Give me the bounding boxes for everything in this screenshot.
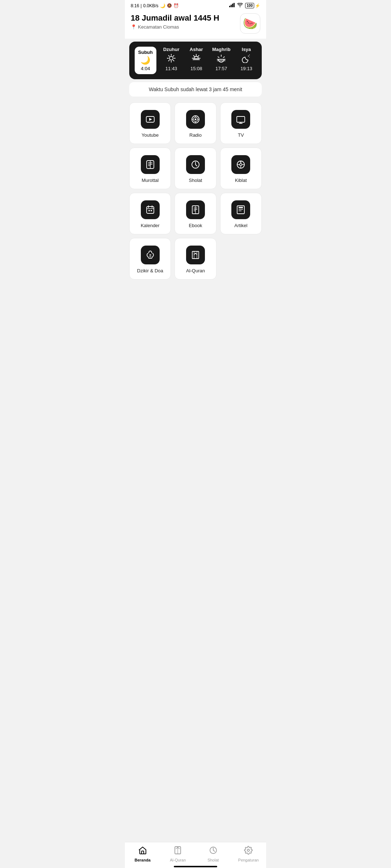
grid-item-sholat[interactable]: Sholat <box>175 148 216 189</box>
prayer-name-isya: Isya <box>242 47 251 52</box>
svg-point-70 <box>195 253 196 254</box>
artikel-icon <box>231 200 250 219</box>
prayer-name-maghrib: Maghrib <box>212 47 231 52</box>
app-icon[interactable]: 🍉 <box>240 13 260 34</box>
svg-point-24 <box>248 56 249 56</box>
grid-item-tv[interactable]: TV <box>220 102 262 144</box>
prayer-icon-dzuhur <box>167 54 176 64</box>
prayer-icon-maghrib <box>216 54 226 64</box>
murottal-label: Murottal <box>142 178 159 183</box>
svg-line-11 <box>173 56 174 56</box>
status-bar: 8:16 | 0.0KB/s 🌙 🔕 ⏰ 100 <box>125 0 266 10</box>
prayer-time-ashar: 15:08 <box>190 66 202 71</box>
kiblat-label: Kiblat <box>235 178 247 183</box>
prayer-time-isya: 19:13 <box>240 66 252 71</box>
prayer-maghrib[interactable]: Maghrib 17:57 <box>211 47 231 71</box>
svg-line-10 <box>173 60 174 61</box>
status-left: 8:16 | 0.0KB/s 🌙 🔕 ⏰ <box>131 3 179 8</box>
page-title: 18 Jumadil awal 1445 H <box>131 13 219 23</box>
tv-label: TV <box>238 132 244 138</box>
app-grid: Youtube Radio <box>129 102 262 280</box>
svg-rect-51 <box>147 207 154 213</box>
youtube-label: Youtube <box>142 132 159 138</box>
svg-line-17 <box>198 56 199 57</box>
mute-icon: 🔕 <box>167 3 172 8</box>
location-icon: 📍 <box>131 24 136 30</box>
tv-icon <box>231 110 250 129</box>
svg-rect-36 <box>237 116 245 122</box>
kiblat-icon <box>231 155 250 174</box>
radio-icon <box>186 110 205 129</box>
prayer-time-maghrib: 17:57 <box>215 66 227 71</box>
prayer-time-dzuhur: 11:43 <box>165 66 177 71</box>
grid-item-artikel[interactable]: Artikel <box>220 193 262 234</box>
sholat-icon <box>186 155 205 174</box>
murottal-icon <box>141 155 160 174</box>
prayer-icon-subuh: 🌙 <box>140 56 150 64</box>
prayer-icon-isya <box>241 54 251 64</box>
prayer-icon-ashar <box>192 54 201 64</box>
subuh-notice: Waktu Subuh sudah lewat 3 jam 45 menit <box>129 82 262 97</box>
svg-rect-1 <box>231 5 232 7</box>
prayer-name-subuh: Subuh <box>138 50 153 55</box>
network-speed: | <box>140 3 142 8</box>
radio-label: Radio <box>189 132 202 138</box>
svg-line-9 <box>169 56 169 56</box>
dzikir-icon <box>141 246 160 264</box>
alquran-label: Al-Quran <box>186 268 205 273</box>
artikel-label: Artikel <box>234 223 247 228</box>
svg-rect-0 <box>229 6 230 7</box>
prayer-name-ashar: Ashar <box>190 47 203 52</box>
grid-section: Youtube Radio <box>125 101 266 281</box>
kalender-icon <box>141 200 160 219</box>
prayer-time-subuh: 4:04 <box>141 66 150 71</box>
header: 18 Jumadil awal 1445 H 📍 Kecamatan Cioma… <box>125 10 266 39</box>
status-right: 100 ⚡ <box>229 3 260 8</box>
grid-item-alquran[interactable]: Al-Quran <box>175 238 216 280</box>
grid-item-radio[interactable]: Radio <box>175 102 216 144</box>
grid-item-ebook[interactable]: Ebook <box>175 193 216 234</box>
wifi-icon <box>237 3 243 8</box>
svg-point-26 <box>249 57 250 58</box>
subuh-notice-text: Waktu Subuh sudah lewat 3 jam 45 menit <box>149 86 242 92</box>
prayer-ashar[interactable]: Ashar 15:08 <box>186 47 206 71</box>
ebook-icon <box>186 200 205 219</box>
svg-marker-28 <box>149 118 152 121</box>
ebook-label: Ebook <box>189 223 202 228</box>
prayer-times: Subuh 🌙 4:04 Dzuhur <box>132 47 259 74</box>
prayer-isya[interactable]: Isya 19:13 <box>236 47 256 71</box>
svg-point-4 <box>169 56 173 60</box>
youtube-icon <box>141 110 160 129</box>
svg-point-45 <box>240 163 242 166</box>
svg-line-21 <box>218 57 219 58</box>
svg-line-16 <box>194 56 195 57</box>
prayer-card: Subuh 🌙 4:04 Dzuhur <box>129 42 262 79</box>
grid-item-kiblat[interactable]: Kiblat <box>220 148 262 189</box>
svg-point-31 <box>194 119 196 120</box>
prayer-dzuhur[interactable]: Dzuhur 11:43 <box>161 47 181 71</box>
grid-item-youtube[interactable]: Youtube <box>129 102 171 144</box>
svg-rect-55 <box>148 210 150 211</box>
grid-item-kalender[interactable]: Kalender <box>129 193 171 234</box>
grid-item-murottal[interactable]: Murottal <box>129 148 171 189</box>
svg-line-12 <box>169 60 169 61</box>
kalender-label: Kalender <box>141 223 160 228</box>
signal-icon <box>229 3 235 8</box>
moon-icon: 🌙 <box>160 3 165 8</box>
grid-item-dzikir[interactable]: Dzikir & Doa <box>129 238 171 280</box>
sholat-label: Sholat <box>189 178 202 183</box>
network-data: 0.0KB/s <box>143 3 158 8</box>
svg-rect-2 <box>232 4 233 7</box>
svg-rect-3 <box>234 3 235 7</box>
time: 8:16 <box>131 3 139 8</box>
svg-rect-56 <box>151 210 152 211</box>
battery-icon: 100 ⚡ <box>245 3 260 8</box>
svg-line-22 <box>223 57 224 58</box>
alquran-icon <box>186 246 205 264</box>
dzikir-label: Dzikir & Doa <box>137 268 163 273</box>
svg-rect-66 <box>239 207 243 208</box>
location-text: Kecamatan Ciomas <box>138 24 179 30</box>
alarm-icon: ⏰ <box>173 3 179 8</box>
location: 📍 Kecamatan Ciomas <box>131 24 219 30</box>
prayer-subuh[interactable]: Subuh 🌙 4:04 <box>135 47 156 74</box>
